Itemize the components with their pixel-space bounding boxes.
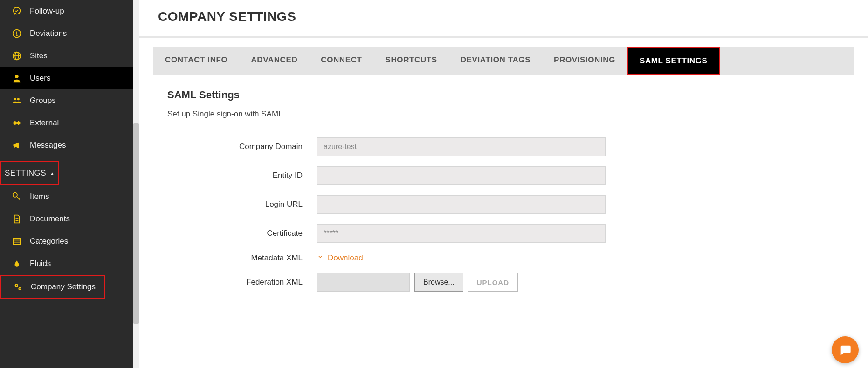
tab-contact-info[interactable]: CONTACT INFO <box>153 47 239 75</box>
caret-up-icon: ▲ <box>50 171 55 176</box>
sidebar-item-users[interactable]: Users <box>0 67 133 89</box>
row-entity-id: Entity ID <box>167 166 840 185</box>
sidebar-label: Messages <box>30 141 66 150</box>
sidebar-item-external[interactable]: External <box>0 112 133 134</box>
download-text: Download <box>328 253 363 263</box>
sidebar-label: Company Settings <box>31 282 96 292</box>
main: COMPANY SETTINGS CONTACT INFO ADVANCED C… <box>139 0 868 368</box>
page-header: COMPANY SETTINGS <box>139 0 868 38</box>
tab-saml-settings[interactable]: SAML SETTINGS <box>627 47 720 75</box>
sidebar-label: Items <box>30 192 49 201</box>
sidebar-item-sites[interactable]: Sites <box>0 45 133 67</box>
svg-point-8 <box>14 98 16 100</box>
input-entity-id[interactable] <box>317 166 606 185</box>
file-icon <box>11 213 22 225</box>
input-certificate[interactable] <box>317 224 606 243</box>
sidebar-item-company-settings[interactable]: Company Settings <box>0 275 105 299</box>
page-title: COMPANY SETTINGS <box>158 9 849 24</box>
svg-point-19 <box>19 288 20 289</box>
sidebar-item-documents[interactable]: Documents <box>0 208 133 230</box>
tab-label: PROVISIONING <box>554 55 615 64</box>
sidebar-item-deviations[interactable]: Deviations <box>0 22 133 45</box>
browse-button[interactable]: Browse... <box>414 273 463 292</box>
sidebar-item-items[interactable]: Items <box>0 185 133 208</box>
download-icon <box>317 253 324 263</box>
tabs: CONTACT INFO ADVANCED CONNECT SHORTCUTS … <box>153 47 854 75</box>
label-company-domain: Company Domain <box>167 142 317 151</box>
chat-widget[interactable] <box>832 336 859 363</box>
row-metadata-xml: Metadata XML Download <box>167 253 840 263</box>
sidebar: Follow-up Deviations Sites Users Groups … <box>0 0 133 368</box>
globe-icon <box>11 50 22 61</box>
label-federation-xml: Federation XML <box>167 278 317 287</box>
row-login-url: Login URL <box>167 195 840 214</box>
tab-label: DEVIATION TAGS <box>461 55 530 64</box>
label-metadata-xml: Metadata XML <box>167 253 317 263</box>
sidebar-label: Fluids <box>30 259 51 268</box>
comment-icon <box>11 6 22 17</box>
download-link[interactable]: Download <box>317 253 363 263</box>
tag-icon <box>11 191 22 202</box>
sidebar-label: Categories <box>30 237 68 246</box>
tab-deviation-tags[interactable]: DEVIATION TAGS <box>449 47 542 75</box>
svg-point-9 <box>17 98 20 100</box>
row-company-domain: Company Domain <box>167 137 840 156</box>
gears-icon <box>12 281 23 293</box>
chat-icon <box>839 343 852 356</box>
sidebar-label: Users <box>30 74 50 83</box>
row-certificate: Certificate <box>167 224 840 243</box>
sidebar-label: Follow-up <box>30 7 64 16</box>
sidebar-label: Groups <box>30 96 56 105</box>
label-entity-id: Entity ID <box>167 171 317 180</box>
panel-title: SAML Settings <box>167 89 840 101</box>
sidebar-item-messages[interactable]: Messages <box>0 134 133 157</box>
droplet-icon <box>11 258 22 269</box>
tab-connect[interactable]: CONNECT <box>309 47 373 75</box>
sidebar-label: Sites <box>30 51 48 61</box>
scrollbar[interactable] <box>133 0 139 368</box>
input-company-domain[interactable] <box>317 137 606 156</box>
svg-point-3 <box>16 35 17 36</box>
sidebar-item-groups[interactable]: Groups <box>0 89 133 112</box>
sidebar-settings-group: Items Documents Categories Fluids <box>0 185 133 299</box>
users-icon <box>11 95 22 106</box>
content: CONTACT INFO ADVANCED CONNECT SHORTCUTS … <box>153 47 854 311</box>
list-icon <box>11 236 22 247</box>
tab-advanced[interactable]: ADVANCED <box>239 47 309 75</box>
sidebar-item-followup[interactable]: Follow-up <box>0 0 133 22</box>
svg-rect-20 <box>318 259 323 259</box>
sidebar-heading-settings[interactable]: SETTINGS ▲ <box>0 161 59 185</box>
file-path-display <box>317 273 410 292</box>
panel-subtitle: Set up Single sign-on with SAML <box>167 109 840 119</box>
tab-panel: SAML Settings Set up Single sign-on with… <box>153 75 854 311</box>
tab-label: SHORTCUTS <box>386 55 437 64</box>
tab-label: SAML SETTINGS <box>640 56 707 65</box>
svg-point-17 <box>16 285 17 286</box>
tab-label: CONTACT INFO <box>165 55 227 64</box>
sidebar-label: Deviations <box>30 29 67 38</box>
user-icon <box>11 73 22 84</box>
warning-circle-icon <box>11 28 22 39</box>
sidebar-label: Documents <box>30 214 70 224</box>
tab-label: CONNECT <box>321 55 362 64</box>
tab-provisioning[interactable]: PROVISIONING <box>542 47 627 75</box>
scrollbar-thumb[interactable] <box>133 123 139 324</box>
sidebar-item-fluids[interactable]: Fluids <box>0 252 133 275</box>
megaphone-icon <box>11 140 22 151</box>
tab-label: ADVANCED <box>251 55 297 64</box>
sidebar-item-categories[interactable]: Categories <box>0 230 133 252</box>
sidebar-label: External <box>30 118 59 128</box>
label-login-url: Login URL <box>167 200 317 209</box>
svg-point-7 <box>15 75 18 78</box>
sidebar-heading-label: SETTINGS <box>5 169 46 178</box>
svg-rect-13 <box>14 238 21 244</box>
tab-shortcuts[interactable]: SHORTCUTS <box>374 47 449 75</box>
upload-button[interactable]: UPLOAD <box>468 273 518 292</box>
handshake-icon <box>11 117 22 129</box>
label-certificate: Certificate <box>167 229 317 238</box>
row-federation-xml: Federation XML Browse... UPLOAD <box>167 273 840 292</box>
input-login-url[interactable] <box>317 195 606 214</box>
